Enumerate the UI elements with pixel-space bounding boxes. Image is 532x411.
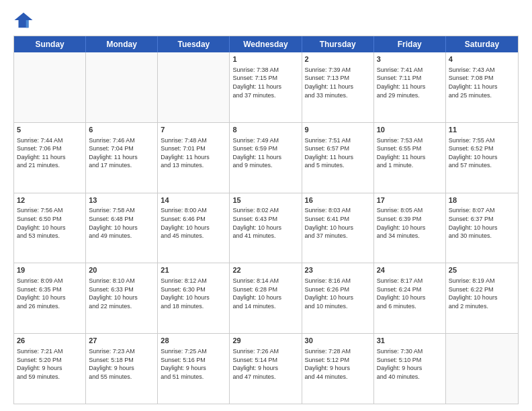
day-info: Sunrise: 7:21 AM Sunset: 5:20 PM Dayligh… — [17, 347, 83, 381]
day-number: 23 — [305, 265, 371, 275]
day-number: 11 — [449, 125, 515, 135]
header-day-thursday: Thursday — [302, 36, 374, 52]
header-day-tuesday: Tuesday — [158, 36, 230, 52]
calendar-body: 1Sunrise: 7:38 AM Sunset: 7:15 PM Daylig… — [14, 52, 518, 404]
calendar-row-3: 12Sunrise: 7:56 AM Sunset: 6:50 PM Dayli… — [14, 193, 518, 263]
day-info: Sunrise: 8:17 AM Sunset: 6:24 PM Dayligh… — [377, 277, 443, 310]
day-number: 6 — [89, 125, 154, 135]
day-cell-5: 5Sunrise: 7:44 AM Sunset: 7:06 PM Daylig… — [14, 123, 86, 193]
day-info: Sunrise: 8:00 AM Sunset: 6:46 PM Dayligh… — [161, 206, 226, 240]
day-cell-22: 22Sunrise: 8:14 AM Sunset: 6:28 PM Dayli… — [230, 263, 302, 333]
day-cell-12: 12Sunrise: 7:56 AM Sunset: 6:50 PM Dayli… — [14, 193, 86, 263]
day-number: 10 — [377, 125, 443, 135]
header-day-monday: Monday — [86, 36, 158, 52]
day-number: 1 — [232, 54, 298, 64]
day-info: Sunrise: 7:39 AM Sunset: 7:13 PM Dayligh… — [305, 66, 371, 99]
day-cell-24: 24Sunrise: 8:17 AM Sunset: 6:24 PM Dayli… — [374, 263, 446, 333]
day-number: 25 — [449, 265, 515, 275]
day-number: 27 — [89, 336, 154, 346]
day-cell-4: 4Sunrise: 7:43 AM Sunset: 7:08 PM Daylig… — [446, 52, 518, 122]
day-cell-17: 17Sunrise: 8:05 AM Sunset: 6:39 PM Dayli… — [374, 193, 446, 263]
day-info: Sunrise: 8:16 AM Sunset: 6:26 PM Dayligh… — [305, 277, 371, 310]
day-number: 31 — [377, 336, 443, 346]
day-cell-20: 20Sunrise: 8:10 AM Sunset: 6:33 PM Dayli… — [86, 263, 158, 333]
empty-cell — [158, 52, 230, 122]
header-day-friday: Friday — [374, 36, 446, 52]
day-info: Sunrise: 7:51 AM Sunset: 6:57 PM Dayligh… — [305, 136, 371, 170]
day-number: 7 — [161, 125, 226, 135]
day-info: Sunrise: 7:25 AM Sunset: 5:16 PM Dayligh… — [161, 347, 226, 381]
day-info: Sunrise: 7:48 AM Sunset: 7:01 PM Dayligh… — [161, 136, 226, 170]
day-cell-18: 18Sunrise: 8:07 AM Sunset: 6:37 PM Dayli… — [446, 193, 518, 263]
day-info: Sunrise: 8:12 AM Sunset: 6:30 PM Dayligh… — [161, 277, 226, 310]
day-number: 17 — [377, 195, 443, 205]
empty-cell — [14, 52, 86, 122]
day-number: 22 — [232, 265, 298, 275]
day-number: 2 — [305, 54, 371, 64]
day-cell-14: 14Sunrise: 8:00 AM Sunset: 6:46 PM Dayli… — [158, 193, 230, 263]
day-cell-27: 27Sunrise: 7:23 AM Sunset: 5:18 PM Dayli… — [86, 334, 158, 404]
day-cell-26: 26Sunrise: 7:21 AM Sunset: 5:20 PM Dayli… — [14, 334, 86, 404]
day-cell-19: 19Sunrise: 8:09 AM Sunset: 6:35 PM Dayli… — [14, 263, 86, 333]
page: SundayMondayTuesdayWednesdayThursdayFrid… — [0, 0, 532, 411]
day-info: Sunrise: 7:43 AM Sunset: 7:08 PM Dayligh… — [449, 66, 515, 99]
day-cell-16: 16Sunrise: 8:03 AM Sunset: 6:41 PM Dayli… — [302, 193, 374, 263]
day-number: 19 — [17, 265, 83, 275]
empty-cell — [446, 334, 518, 404]
day-cell-11: 11Sunrise: 7:55 AM Sunset: 6:52 PM Dayli… — [446, 123, 518, 193]
day-info: Sunrise: 8:14 AM Sunset: 6:28 PM Dayligh… — [232, 277, 298, 310]
day-number: 28 — [161, 336, 226, 346]
header-day-wednesday: Wednesday — [230, 36, 302, 52]
calendar: SundayMondayTuesdayWednesdayThursdayFrid… — [13, 36, 519, 404]
day-cell-3: 3Sunrise: 7:41 AM Sunset: 7:11 PM Daylig… — [374, 52, 446, 122]
day-info: Sunrise: 7:23 AM Sunset: 5:18 PM Dayligh… — [89, 347, 154, 381]
day-cell-28: 28Sunrise: 7:25 AM Sunset: 5:16 PM Dayli… — [158, 334, 230, 404]
day-cell-2: 2Sunrise: 7:39 AM Sunset: 7:13 PM Daylig… — [302, 52, 374, 122]
calendar-row-5: 26Sunrise: 7:21 AM Sunset: 5:20 PM Dayli… — [14, 333, 518, 404]
header — [13, 10, 519, 30]
day-cell-23: 23Sunrise: 8:16 AM Sunset: 6:26 PM Dayli… — [302, 263, 374, 333]
day-info: Sunrise: 8:02 AM Sunset: 6:43 PM Dayligh… — [232, 206, 298, 240]
day-number: 5 — [17, 125, 83, 135]
day-number: 9 — [305, 125, 371, 135]
calendar-row-1: 1Sunrise: 7:38 AM Sunset: 7:15 PM Daylig… — [14, 52, 518, 122]
day-number: 26 — [17, 336, 83, 346]
day-info: Sunrise: 7:26 AM Sunset: 5:14 PM Dayligh… — [232, 347, 298, 381]
day-number: 29 — [232, 336, 298, 346]
day-cell-31: 31Sunrise: 7:30 AM Sunset: 5:10 PM Dayli… — [374, 334, 446, 404]
day-cell-13: 13Sunrise: 7:58 AM Sunset: 6:48 PM Dayli… — [86, 193, 158, 263]
day-info: Sunrise: 7:28 AM Sunset: 5:12 PM Dayligh… — [305, 347, 371, 381]
empty-cell — [86, 52, 158, 122]
day-info: Sunrise: 7:53 AM Sunset: 6:55 PM Dayligh… — [377, 136, 443, 170]
svg-marker-0 — [15, 13, 33, 28]
day-cell-7: 7Sunrise: 7:48 AM Sunset: 7:01 PM Daylig… — [158, 123, 230, 193]
day-number: 14 — [161, 195, 226, 205]
day-number: 30 — [305, 336, 371, 346]
day-info: Sunrise: 7:58 AM Sunset: 6:48 PM Dayligh… — [89, 206, 154, 240]
day-number: 18 — [449, 195, 515, 205]
day-cell-15: 15Sunrise: 8:02 AM Sunset: 6:43 PM Dayli… — [230, 193, 302, 263]
day-info: Sunrise: 8:09 AM Sunset: 6:35 PM Dayligh… — [17, 277, 83, 310]
day-cell-29: 29Sunrise: 7:26 AM Sunset: 5:14 PM Dayli… — [230, 334, 302, 404]
day-number: 4 — [449, 54, 515, 64]
calendar-header: SundayMondayTuesdayWednesdayThursdayFrid… — [14, 36, 518, 52]
day-info: Sunrise: 7:44 AM Sunset: 7:06 PM Dayligh… — [17, 136, 83, 170]
day-cell-6: 6Sunrise: 7:46 AM Sunset: 7:04 PM Daylig… — [86, 123, 158, 193]
day-number: 24 — [377, 265, 443, 275]
day-number: 20 — [89, 265, 154, 275]
day-cell-25: 25Sunrise: 8:19 AM Sunset: 6:22 PM Dayli… — [446, 263, 518, 333]
day-cell-10: 10Sunrise: 7:53 AM Sunset: 6:55 PM Dayli… — [374, 123, 446, 193]
logo-icon — [13, 10, 34, 30]
day-cell-9: 9Sunrise: 7:51 AM Sunset: 6:57 PM Daylig… — [302, 123, 374, 193]
day-info: Sunrise: 7:56 AM Sunset: 6:50 PM Dayligh… — [17, 206, 83, 240]
day-number: 12 — [17, 195, 83, 205]
header-day-saturday: Saturday — [446, 36, 518, 52]
day-info: Sunrise: 7:30 AM Sunset: 5:10 PM Dayligh… — [377, 347, 443, 381]
day-info: Sunrise: 8:05 AM Sunset: 6:39 PM Dayligh… — [377, 206, 443, 240]
logo — [13, 10, 36, 30]
day-info: Sunrise: 8:10 AM Sunset: 6:33 PM Dayligh… — [89, 277, 154, 310]
calendar-row-2: 5Sunrise: 7:44 AM Sunset: 7:06 PM Daylig… — [14, 122, 518, 193]
day-info: Sunrise: 7:49 AM Sunset: 6:59 PM Dayligh… — [232, 136, 298, 170]
day-cell-8: 8Sunrise: 7:49 AM Sunset: 6:59 PM Daylig… — [230, 123, 302, 193]
day-cell-30: 30Sunrise: 7:28 AM Sunset: 5:12 PM Dayli… — [302, 334, 374, 404]
